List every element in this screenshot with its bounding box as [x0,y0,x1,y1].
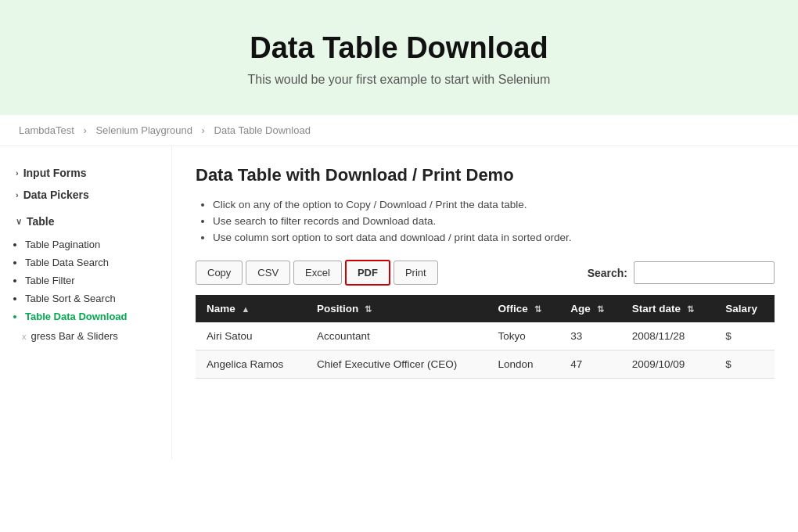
breadcrumb-item-current: Data Table Download [214,124,311,136]
sort-icon-start-date: ⇅ [687,304,694,314]
cell-office-0: Tokyo [487,322,559,350]
data-pickers-arrow: › [16,190,19,200]
sort-icon-age: ⇅ [597,304,604,314]
instruction-3: Use column sort option to sort data and … [213,229,775,246]
search-label: Search: [588,267,627,279]
table-header-row: Name ▲ Position ⇅ Office ⇅ Age ⇅ [196,295,775,322]
section-title: Data Table with Download / Print Demo [196,165,775,185]
sidebar: › Input Forms › Data Pickers ∨ Table Tab… [0,146,172,459]
hero-subtitle: This would be your first example to star… [16,73,782,87]
instructions: Click on any of the option to Copy / Dow… [196,196,775,246]
sort-icon-office: ⇅ [534,304,541,314]
cell-age-0: 33 [559,322,621,350]
sort-icon-name: ▲ [242,304,250,314]
breadcrumb: LambdaTest › Selenium Playground › Data … [0,115,798,146]
breadcrumb-item-lambdatest[interactable]: LambdaTest [19,124,74,136]
sidebar-label-table: Table [27,215,55,228]
col-header-start-date[interactable]: Start date ⇅ [621,295,715,322]
sidebar-item-table-pagination[interactable]: Table Pagination [25,235,171,253]
hero-section: Data Table Download This would be your f… [0,0,798,115]
pdf-button[interactable]: PDF [345,260,390,286]
search-area: Search: [588,261,775,284]
breadcrumb-separator-2: › [202,124,208,136]
breadcrumb-separator-1: › [83,124,89,136]
page-layout: › Input Forms › Data Pickers ∨ Table Tab… [0,146,798,459]
sidebar-section-input-forms[interactable]: › Input Forms [0,162,171,184]
cell-start-date-1: 2009/10/09 [621,350,715,379]
print-button[interactable]: Print [394,261,438,285]
sidebar-progress-label: gress Bar & Sliders [31,330,118,342]
cell-start-date-0: 2008/11/28 [621,322,715,350]
cell-salary-1: $ [714,350,775,379]
copy-button[interactable]: Copy [196,261,243,285]
table-row: Airi Satou Accountant Tokyo 33 2008/11/2… [196,322,775,350]
hero-title: Data Table Download [16,31,782,65]
cell-office-1: London [487,350,559,379]
col-header-salary[interactable]: Salary [714,295,775,322]
toolbar-row: Copy CSV Excel PDF Print Search: [196,260,775,286]
cell-position-0: Accountant [306,322,487,350]
main-content: Data Table with Download / Print Demo Cl… [172,146,798,459]
sidebar-section-table[interactable]: ∨ Table [0,210,171,232]
table-row: Angelica Ramos Chief Executive Officer (… [196,350,775,379]
col-header-age[interactable]: Age ⇅ [559,295,621,322]
x-badge: x [22,332,27,341]
cell-position-1: Chief Executive Officer (CEO) [306,350,487,379]
cell-age-1: 47 [559,350,621,379]
sidebar-item-progress-bar[interactable]: x gress Bar & Sliders [0,325,171,347]
table-arrow: ∨ [16,217,22,227]
cell-name-1: Angelica Ramos [196,350,306,379]
cell-name-0: Airi Satou [196,322,306,350]
col-header-name[interactable]: Name ▲ [196,295,306,322]
col-header-office[interactable]: Office ⇅ [487,295,559,322]
csv-button[interactable]: CSV [246,261,290,285]
sidebar-label-input-forms: Input Forms [23,167,87,179]
cell-salary-0: $ [714,322,775,350]
sidebar-section-data-pickers[interactable]: › Data Pickers [0,184,171,206]
sidebar-label-data-pickers: Data Pickers [23,189,89,201]
instruction-2: Use search to filter records and Downloa… [213,213,775,229]
sidebar-item-table-data-search[interactable]: Table Data Search [25,253,171,271]
input-forms-arrow: › [16,168,19,178]
sidebar-table-items: Table Pagination Table Data Search Table… [0,235,171,325]
search-input[interactable] [634,261,775,284]
sidebar-item-table-data-download[interactable]: Table Data Download [25,307,171,325]
excel-button[interactable]: Excel [293,261,342,285]
sidebar-item-table-filter[interactable]: Table Filter [25,271,171,289]
sidebar-item-table-sort-search[interactable]: Table Sort & Search [25,289,171,307]
instruction-1: Click on any of the option to Copy / Dow… [213,196,775,213]
breadcrumb-item-selenium[interactable]: Selenium Playground [95,124,192,136]
col-header-position[interactable]: Position ⇅ [306,295,487,322]
data-table: Name ▲ Position ⇅ Office ⇅ Age ⇅ [196,295,775,379]
sort-icon-position: ⇅ [365,304,372,314]
